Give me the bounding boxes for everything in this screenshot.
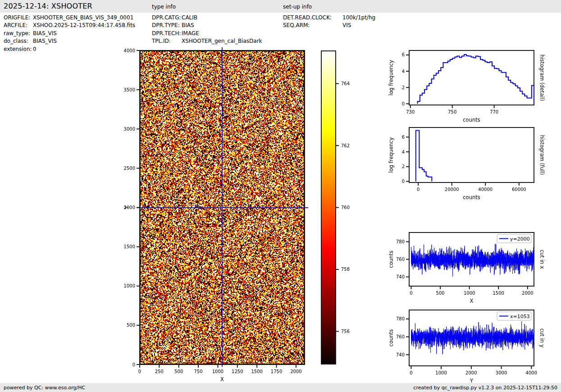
svg-text:1250: 1250 (232, 369, 243, 374)
svg-text:counts: counts (463, 194, 480, 201)
readclock-value: 100k/1pt/hg (342, 14, 375, 22)
doclass-label: do_class: (4, 37, 33, 45)
svg-text:760: 760 (341, 205, 350, 210)
svg-text:730: 730 (406, 109, 415, 114)
cut-y-series (411, 321, 534, 354)
svg-text:3000: 3000 (496, 370, 507, 375)
dprcatg-value: CALIB (182, 14, 197, 22)
origfile-value: XSHOOTER_GEN_BIAS_VIS_349_0001 (33, 14, 133, 22)
extension-label: extension: (4, 46, 33, 53)
doclass-value: BIAS_VIS (33, 37, 57, 45)
colorbar-gradient (321, 50, 336, 365)
svg-text:1000: 1000 (124, 283, 135, 288)
footer-right-text: created by qc_rawdisp.py v1.2.3 on 2025-… (413, 385, 557, 391)
svg-text:1500: 1500 (251, 369, 262, 374)
svg-text:3500: 3500 (124, 87, 135, 92)
svg-text:2500: 2500 (124, 166, 135, 171)
svg-text:1000: 1000 (464, 291, 475, 296)
svg-text:750: 750 (448, 109, 456, 114)
svg-text:758: 758 (341, 267, 350, 272)
svg-text:740: 740 (396, 274, 405, 279)
svg-text:histogram (detail): histogram (detail) (539, 55, 545, 101)
svg-text:762: 762 (341, 143, 350, 148)
svg-text:log frequency: log frequency (388, 137, 394, 173)
setup-info-block: DET.READ.CLOCK:100k/1pt/hg SEQ.ARM:VIS (283, 14, 375, 30)
svg-text:0: 0 (410, 370, 412, 375)
svg-text:0: 0 (402, 179, 405, 184)
extension-value: 0 (33, 46, 36, 53)
rawtype-value: BIAS_VIS (33, 30, 57, 37)
svg-text:counts: counts (463, 117, 480, 123)
svg-text:60000: 60000 (512, 187, 526, 192)
svg-text:3000: 3000 (124, 127, 135, 132)
svg-text:500: 500 (127, 323, 135, 328)
cut-y-axes: 01000200030004000740760780Ycountscut in … (388, 310, 545, 384)
type-info-row-dprtype: DPR.TYPE:BIAS (152, 22, 262, 29)
svg-text:X: X (470, 298, 474, 304)
svg-text:1500: 1500 (493, 291, 504, 296)
arcfile-label: ARCFILE: (4, 22, 33, 29)
setup-info-row-readclock: DET.READ.CLOCK:100k/1pt/hg (283, 14, 375, 22)
file-info-block: ORIGFILE:XSHOOTER_GEN_BIAS_VIS_349_0001 … (4, 14, 135, 53)
footer-bar: powered by QC: www.eso.org/HC created by… (0, 383, 561, 392)
svg-text:780: 780 (396, 239, 405, 244)
svg-text:2000: 2000 (124, 205, 135, 210)
svg-text:2000: 2000 (522, 291, 533, 296)
seqarm-value: VIS (342, 22, 351, 29)
hist-detail-series (418, 55, 534, 104)
tplid-label: TPL.ID: (152, 37, 182, 45)
svg-text:760: 760 (396, 334, 405, 339)
setup-info-row-seqarm: SEQ.ARM:VIS (283, 22, 375, 29)
svg-text:6: 6 (402, 135, 405, 140)
svg-text:1500: 1500 (124, 244, 135, 249)
file-info-row-arcfile: ARCFILE:XSHOO.2025-12-15T09:44:17.458.fi… (4, 22, 135, 29)
section-label-setup-info: set-up info (283, 4, 312, 10)
svg-text:6: 6 (402, 52, 405, 57)
svg-text:760: 760 (396, 257, 405, 262)
svg-text:4: 4 (402, 69, 405, 74)
type-info-row-dprtech: DPR.TECH:IMAGE (152, 30, 262, 37)
svg-text:2000: 2000 (465, 370, 477, 375)
svg-text:0: 0 (417, 187, 420, 192)
svg-text:250: 250 (155, 369, 164, 374)
hist-detail-axes: 7307507700246countslog frequencyhistogra… (388, 50, 545, 123)
svg-text:histogram (full): histogram (full) (539, 135, 545, 175)
dprtech-value: IMAGE (182, 30, 199, 37)
svg-text:756: 756 (341, 329, 350, 334)
tplid-value: XSHOOTER_gen_cal_BiasDark (182, 37, 262, 45)
file-info-row-rawtype: raw_type:BIAS_VIS (4, 30, 135, 37)
svg-text:0: 0 (132, 362, 135, 367)
colorbar-ticks: 756758760762764 (336, 81, 350, 334)
file-info-row-origfile: ORIGFILE:XSHOOTER_GEN_BIAS_VIS_349_0001 (4, 14, 135, 22)
svg-text:500: 500 (174, 369, 183, 374)
svg-text:cut in x: cut in x (539, 250, 545, 269)
svg-text:770: 770 (490, 109, 498, 114)
svg-text:0: 0 (138, 369, 141, 374)
svg-text:750: 750 (194, 369, 203, 374)
svg-text:counts: counts (388, 329, 394, 346)
svg-text:4000: 4000 (526, 370, 537, 375)
svg-text:2: 2 (402, 164, 405, 169)
svg-text:764: 764 (341, 81, 350, 86)
dprtype-value: BIAS (182, 22, 194, 29)
section-label-type-info: type info (152, 4, 176, 10)
svg-text:2000: 2000 (290, 369, 301, 374)
header-bar: 2025-12-14: XSHOOTER type info set-up in… (0, 0, 561, 13)
file-info-row-doclass: do_class:BIAS_VIS (4, 37, 135, 45)
hist-full-axes: 02000040000600000246countslog frequencyh… (388, 128, 545, 201)
svg-text:counts: counts (388, 251, 394, 268)
dprtech-label: DPR.TECH: (152, 30, 182, 37)
footer-left-text: powered by QC: www.eso.org/HC (4, 385, 85, 391)
arcfile-value: XSHOO.2025-12-15T09:44:17.458.fits (33, 22, 135, 29)
svg-text:1000: 1000 (212, 369, 223, 374)
type-info-row-dprcatg: DPR.CATG:CALIB (152, 14, 262, 22)
dprcatg-label: DPR.CATG: (152, 14, 182, 22)
svg-text:0: 0 (402, 101, 405, 106)
svg-text:cut in y: cut in y (539, 328, 545, 348)
svg-text:X: X (220, 376, 224, 383)
svg-text:0: 0 (410, 291, 412, 296)
report-title: 2025-12-14: XSHOOTER (4, 2, 92, 10)
cut-x-series (411, 244, 534, 277)
svg-text:Y: Y (123, 205, 130, 210)
svg-text:740: 740 (396, 352, 405, 357)
